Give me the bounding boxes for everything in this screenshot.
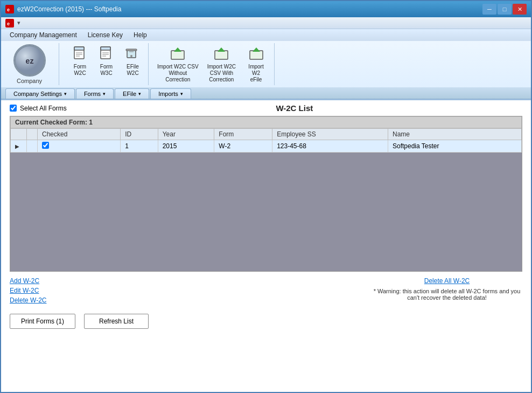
tab-company-settings-icon: ▾ (64, 91, 67, 96)
import-w2-efile-label: ImportW2eFile (248, 64, 263, 83)
row-arrow-cell: ▶ (11, 140, 27, 153)
row-name-cell: Softpedia Tester (388, 140, 522, 153)
svg-text:e: e (7, 21, 10, 26)
menu-item-help[interactable]: Help (129, 30, 151, 40)
row-employee-ss-cell: 123-45-68 (272, 140, 388, 153)
svg-rect-7 (74, 47, 84, 50)
edit-w2c-link[interactable]: Edit W-2C (10, 287, 46, 294)
svg-rect-17 (126, 49, 137, 51)
col-id-header: ID (121, 129, 158, 140)
row-year-cell: 2015 (158, 140, 214, 153)
import-w2c-no-correction-icon (169, 45, 186, 63)
print-forms-button[interactable]: Print Forms (1) (10, 314, 75, 329)
ribbon: Company Management License Key Help (1, 29, 531, 100)
svg-marker-23 (218, 47, 225, 52)
ribbon-imports-group: Import W2C CSVWithoutCorrection Import W… (151, 43, 275, 85)
maximize-button[interactable]: □ (498, 4, 512, 15)
svg-text:e: e (7, 7, 10, 12)
company-label: Company (17, 78, 42, 84)
tab-company-settings[interactable]: Company Settings ▾ (5, 88, 75, 99)
table-header-info: Current Checked Form: 1 (10, 116, 522, 128)
tab-efile-label: EFile (123, 91, 136, 97)
import-w2c-csv-no-correction-button[interactable]: Import W2C CSVWithoutCorrection (154, 43, 202, 85)
form-w3c-button[interactable]: FormW3C (94, 43, 118, 79)
quick-app-icon: e (5, 19, 14, 27)
svg-text:ez: ez (25, 57, 33, 65)
ribbon-toolbar: ez Company (1, 41, 531, 87)
import-w2c-with-correction-label: Import W2CCSV WithCorrection (207, 64, 236, 83)
import-w2-efile-button[interactable]: ImportW2eFile (241, 43, 271, 85)
page-title: W-2C List (67, 104, 522, 113)
form-w2c-button[interactable]: FormW2C (68, 43, 92, 79)
tab-forms[interactable]: Forms ▾ (76, 88, 114, 99)
delete-all-w2c-link[interactable]: Delete All W-2C (424, 277, 470, 285)
import-w2c-csv-with-correction-button[interactable]: Import W2CCSV WithCorrection (204, 43, 239, 85)
row-arrow-icon: ▶ (15, 143, 19, 149)
menu-bar: Company Management License Key Help (1, 29, 531, 41)
form-w3c-label: FormW3C (100, 64, 113, 77)
row-checked-cell[interactable] (38, 140, 121, 153)
efile-w2c-button[interactable]: EFileW2C (121, 43, 145, 79)
table-empty-area (10, 153, 522, 271)
svg-rect-20 (171, 51, 184, 59)
row-id-cell: 1 (121, 140, 158, 153)
actions-right: Delete All W-2C * Warning: this action w… (372, 277, 522, 304)
form-list-header: Select All Forms W-2C List (1, 100, 531, 116)
col-year-header: Year (158, 129, 214, 140)
actions-left: Add W-2C Edit W-2C Delete W-2C (10, 277, 46, 304)
col-checked-header: Checked (38, 129, 121, 140)
tab-forms-label: Forms (84, 91, 101, 97)
table-section: Current Checked Form: 1 Checked ID Year … (1, 116, 531, 272)
actions-row: Add W-2C Edit W-2C Delete W-2C Delete Al… (1, 272, 531, 309)
row-blank-cell (27, 140, 38, 153)
row-form-cell: W-2 (214, 140, 272, 153)
tab-efile[interactable]: EFile ▾ (115, 88, 149, 99)
tab-imports-label: Imports (158, 91, 178, 97)
svg-point-18 (130, 55, 132, 57)
form-w3c-icon (98, 45, 115, 63)
table-row[interactable]: ▶ 1 2015 W-2 123-45-68 Softpedia Tester (11, 140, 522, 153)
content-area: Select All Forms W-2C List Current Check… (1, 100, 531, 392)
warning-text: * Warning: this action will delete all W… (372, 288, 522, 301)
col-id (27, 129, 38, 140)
col-form-header: Form (214, 129, 272, 140)
data-table: Checked ID Year Form Employee SS Name ▶ (10, 128, 522, 153)
table-container: Current Checked Form: 1 Checked ID Year … (10, 116, 522, 272)
refresh-list-button[interactable]: Refresh List (84, 314, 149, 329)
tab-imports[interactable]: Imports ▾ (150, 88, 191, 99)
tab-imports-icon: ▾ (180, 91, 183, 96)
menu-item-company-management[interactable]: Company Management (5, 30, 81, 40)
svg-rect-24 (250, 51, 263, 59)
svg-marker-21 (174, 47, 181, 52)
tab-efile-icon: ▾ (138, 91, 141, 96)
select-all-label[interactable]: Select All Forms (20, 105, 67, 112)
ribbon-forms-group: FormW2C FormW3 (65, 43, 149, 85)
col-name-header: Name (388, 129, 522, 140)
import-w2c-no-correction-label: Import W2C CSVWithoutCorrection (157, 64, 199, 83)
app-icon: e (5, 5, 14, 13)
quick-access-label: ▾ (17, 19, 20, 26)
window-title: ezW2Correction (2015) --- Softpedia (17, 5, 121, 13)
company-section: ez Company (5, 43, 59, 85)
menu-item-license-key[interactable]: License Key (83, 30, 127, 40)
col-checked (11, 129, 27, 140)
select-all-checkbox[interactable] (10, 105, 17, 112)
tab-company-settings-label: Company Settings (13, 91, 62, 97)
quick-access-toolbar: e ▾ (1, 17, 531, 29)
row-checkbox[interactable] (42, 142, 49, 149)
tab-bar: Company Settings ▾ Forms ▾ EFile ▾ Impor… (1, 87, 531, 99)
delete-w2c-link[interactable]: Delete W-2C (10, 297, 46, 304)
title-bar: e ezW2Correction (2015) --- Softpedia ─ … (1, 1, 531, 17)
close-button[interactable]: ✕ (513, 4, 527, 15)
svg-marker-25 (253, 47, 260, 52)
efile-w2c-label: EFileW2C (127, 64, 139, 77)
add-w2c-link[interactable]: Add W-2C (10, 277, 46, 285)
company-logo: ez (13, 44, 46, 77)
form-w2c-label: FormW2C (74, 64, 86, 77)
import-w2c-with-correction-icon (213, 45, 230, 63)
tab-forms-icon: ▾ (103, 91, 106, 96)
svg-rect-12 (101, 47, 110, 50)
minimize-button[interactable]: ─ (482, 4, 496, 15)
window-controls: ─ □ ✕ (482, 4, 527, 15)
svg-rect-22 (215, 51, 228, 59)
